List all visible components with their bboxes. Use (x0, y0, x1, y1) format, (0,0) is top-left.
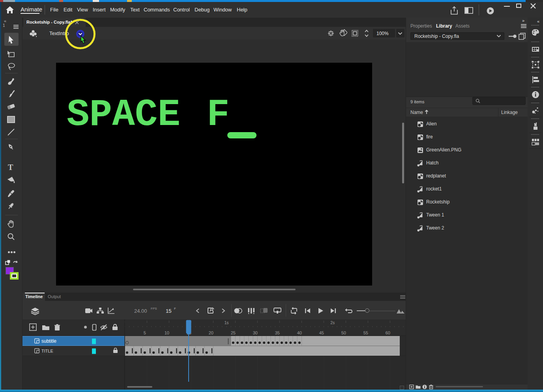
svg-text:5: 5 (144, 330, 146, 335)
svg-text:2s: 2s (330, 320, 335, 325)
svg-text:subtitle: subtitle (41, 338, 56, 344)
svg-text:55: 55 (363, 330, 368, 335)
svg-text:45: 45 (319, 330, 324, 335)
svg-text:SPACE: SPACE (67, 93, 180, 136)
svg-text:50: 50 (341, 330, 346, 335)
svg-text:TITLE: TITLE (41, 349, 53, 353)
svg-text:25: 25 (231, 330, 236, 335)
svg-text:10: 10 (165, 330, 169, 335)
svg-text:40: 40 (297, 330, 302, 335)
svg-text:30: 30 (253, 330, 258, 335)
svg-text:60: 60 (386, 330, 390, 335)
svg-text:20: 20 (209, 330, 213, 335)
svg-text:35: 35 (275, 330, 280, 335)
svg-text:1s: 1s (224, 320, 228, 325)
svg-text:F: F (207, 93, 230, 136)
